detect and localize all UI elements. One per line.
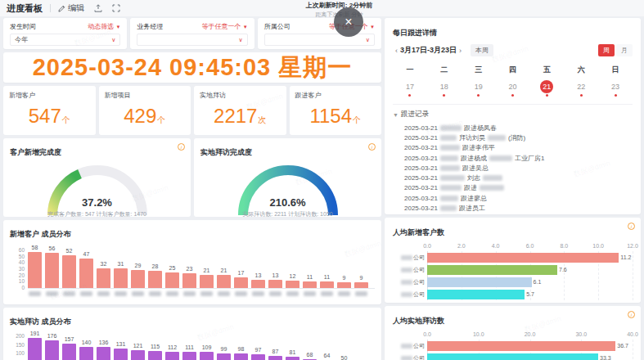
bar[interactable]: 191	[28, 338, 42, 360]
bar[interactable]: 13	[268, 280, 282, 288]
day-number: 18	[438, 80, 451, 93]
edit-button[interactable]: 编辑	[58, 2, 84, 14]
page-title: 进度看板	[7, 2, 43, 15]
bar[interactable]: 12	[286, 281, 299, 288]
bar[interactable]: 99	[217, 353, 231, 360]
calendar-day[interactable]: 23	[598, 80, 633, 97]
calendar-day[interactable]: 18	[427, 80, 462, 97]
close-button[interactable]: ×	[334, 7, 363, 37]
gauge-value: 210.6%	[200, 196, 375, 209]
record-text: 跟进	[464, 183, 477, 192]
info-icon[interactable]: i	[368, 143, 376, 151]
record-row[interactable]: 2025-03-21刘志	[404, 173, 633, 182]
filter-select[interactable]: ∨	[264, 34, 375, 46]
bar[interactable]: 31	[114, 268, 128, 288]
bar[interactable]: 21	[217, 275, 231, 288]
bar[interactable]: 131	[114, 349, 128, 360]
prev-week-arrow[interactable]: ‹	[393, 47, 400, 55]
bar[interactable]: 115	[148, 351, 162, 360]
export-icon[interactable]	[94, 4, 102, 12]
record-row[interactable]: 2025-03-21拜访刘昊(消防)	[404, 133, 633, 142]
bar[interactable]: 11	[303, 281, 317, 288]
bar[interactable]: 11	[320, 281, 334, 288]
chart-card-avg-new-customers: 人均新增客户数 i 0.02.04.06.08.010.012.0 公司11.2…	[385, 218, 641, 303]
hbar-row: 公司33.3	[393, 352, 633, 360]
bar-value-label: 97	[251, 347, 265, 353]
bar[interactable]: 121	[131, 350, 145, 360]
record-row[interactable]: 2025-03-21跟进	[404, 183, 633, 193]
filter-select[interactable]: ∨	[137, 34, 247, 46]
records-header[interactable]: ▼ 跟进记录	[393, 110, 633, 119]
bar[interactable]: 32	[97, 268, 110, 289]
bar[interactable]: 25	[165, 272, 179, 288]
info-icon[interactable]: i	[628, 223, 635, 230]
calendar-day[interactable]: 22	[564, 80, 598, 97]
bar-value-label: 140	[79, 340, 93, 345]
kpi-number: 429	[124, 105, 156, 127]
bar[interactable]	[427, 290, 525, 299]
gauge-card-0: 客户新增完成度i37.2%完成客户数量: 547 计划客户数量: 1470	[3, 138, 191, 217]
month-toggle-button[interactable]: 月	[616, 44, 633, 56]
bar[interactable]: 98	[234, 353, 248, 360]
bar[interactable]: 13	[251, 280, 265, 288]
filter-operator[interactable]: 等于任意一个 ▼	[201, 22, 247, 31]
bar[interactable]	[427, 265, 557, 275]
bar[interactable]	[427, 341, 615, 351]
bar-value-label: 50	[337, 355, 351, 360]
filter-select[interactable]: 今年∨	[10, 34, 120, 46]
calendar-day[interactable]: 20	[496, 80, 530, 97]
bar[interactable]	[427, 353, 598, 360]
bar[interactable]: 28	[148, 271, 162, 289]
bar[interactable]: 56	[45, 253, 59, 288]
bar[interactable]: 58	[28, 252, 42, 289]
category-label-suffix: 公司	[413, 290, 425, 299]
bar[interactable]: 140	[79, 347, 93, 360]
calendar-day[interactable]: 19	[462, 80, 496, 97]
info-icon[interactable]: i	[628, 311, 635, 318]
category-label: 公司	[393, 290, 427, 299]
bar[interactable]: 157	[62, 344, 76, 360]
bar[interactable]: 109	[200, 352, 214, 360]
gauge: 37.2%完成客户数量: 547 计划客户数量: 1470	[10, 158, 184, 222]
record-row[interactable]: 2025-03-21跟进吴总	[404, 163, 633, 173]
record-text: 跟进王成超	[464, 214, 497, 214]
bar[interactable]: 81	[286, 357, 299, 360]
bar[interactable]: 21	[200, 275, 214, 288]
y-axis-tick-label: 60	[8, 247, 25, 253]
record-row[interactable]: 2025-03-21跟进杨凤春	[404, 123, 633, 133]
bar[interactable]: 23	[182, 273, 196, 288]
record-text-redacted	[480, 185, 504, 191]
calendar-day[interactable]: 21	[529, 80, 564, 97]
bar[interactable]	[427, 277, 532, 287]
bar[interactable]: 111	[182, 352, 196, 360]
caret-down-icon: ▼	[115, 25, 120, 29]
record-row[interactable]: 2025-03-21跟进杨成工业厂房1	[404, 153, 633, 163]
hbar-row: 公司5.7	[393, 288, 633, 300]
bar[interactable]: 112	[165, 352, 179, 360]
bar[interactable]: 47	[79, 259, 93, 288]
bar[interactable]: 9	[337, 282, 351, 288]
this-week-button[interactable]: 本周	[471, 44, 493, 56]
bar[interactable]: 29	[131, 270, 145, 288]
week-toggle-button[interactable]: 周	[598, 44, 615, 56]
record-row[interactable]: 2025-03-21跟进王成超	[404, 214, 633, 214]
info-icon[interactable]: i	[178, 143, 185, 151]
calendar-day[interactable]: 17	[393, 80, 427, 97]
filter-operator[interactable]: 动态筛选 ▼	[88, 22, 120, 31]
bar[interactable]: 136	[97, 347, 110, 360]
fullscreen-icon[interactable]	[112, 4, 120, 12]
record-row[interactable]: 2025-03-21跟进李伟平	[404, 143, 633, 153]
bar[interactable]: 9	[354, 282, 368, 288]
bar[interactable]: 87	[268, 356, 282, 360]
bar[interactable]: 176	[45, 340, 59, 360]
bar[interactable]	[427, 253, 619, 263]
bar[interactable]: 97	[251, 354, 265, 360]
record-row[interactable]: 2025-03-21跟进员工	[404, 203, 633, 213]
bar[interactable]: 52	[62, 255, 76, 288]
next-week-arrow[interactable]: ›	[457, 47, 464, 55]
gauge-title: 实地拜访完成度	[200, 148, 252, 156]
x-axis-labels	[28, 291, 375, 296]
category-label: 公司	[393, 278, 427, 286]
bar[interactable]: 17	[234, 277, 248, 288]
record-row[interactable]: 2025-03-21跟进廖总	[404, 193, 633, 203]
